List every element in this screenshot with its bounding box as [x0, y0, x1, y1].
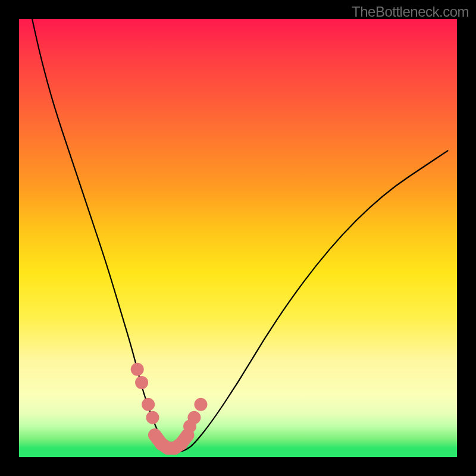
highlight-dot [135, 376, 148, 389]
highlight-dot [142, 398, 155, 411]
plot-area [19, 19, 457, 457]
highlight-dot [187, 411, 201, 424]
attribution-label: TheBottleneck.com [352, 4, 469, 20]
highlight-dot [194, 398, 207, 411]
highlight-dot [146, 411, 159, 424]
chart-frame: TheBottleneck.com [0, 0, 476, 476]
highlight-dot [131, 363, 144, 376]
bottleneck-curve-svg [19, 19, 457, 457]
curve-path [32, 19, 448, 452]
